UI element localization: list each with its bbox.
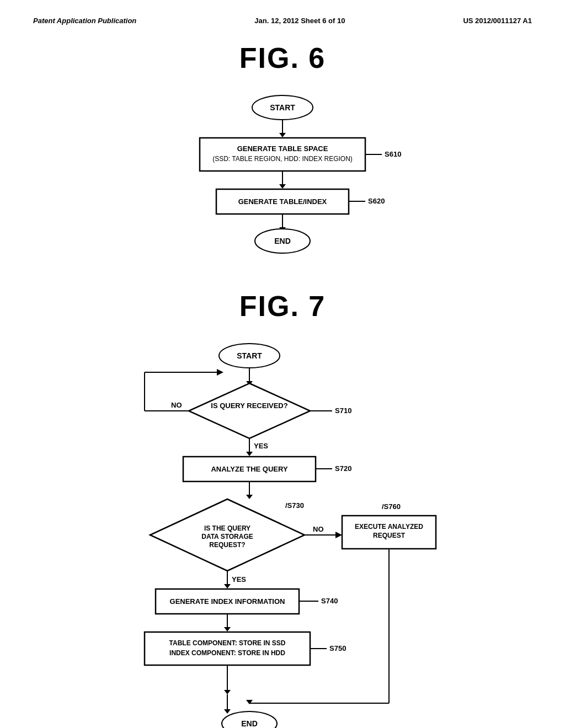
svg-text:ANALYZE THE QUERY: ANALYZE THE QUERY bbox=[211, 465, 287, 473]
fig6-section: FIG. 6 START GENERATE TABLE SPACE (SSD: … bbox=[33, 41, 532, 267]
svg-text:S750: S750 bbox=[329, 644, 346, 652]
svg-marker-23 bbox=[189, 383, 310, 438]
svg-text:GENERATE TABLE SPACE: GENERATE TABLE SPACE bbox=[237, 144, 328, 153]
svg-text:YES: YES bbox=[254, 442, 268, 450]
fig7-title: FIG. 7 bbox=[239, 290, 326, 323]
svg-text:GENERATE INDEX INFORMATION: GENERATE INDEX INFORMATION bbox=[170, 597, 285, 606]
svg-text:START: START bbox=[270, 103, 295, 112]
svg-text:NO: NO bbox=[171, 401, 182, 409]
page: Patent Application Publication Jan. 12, … bbox=[0, 0, 565, 728]
svg-marker-3 bbox=[279, 133, 286, 137]
svg-text:GENERATE TABLE/INDEX: GENERATE TABLE/INDEX bbox=[238, 197, 327, 206]
svg-text:END: END bbox=[274, 237, 291, 245]
svg-text:S710: S710 bbox=[335, 406, 351, 415]
svg-text:S620: S620 bbox=[368, 197, 385, 205]
svg-text:INDEX COMPONENT: STORE IN HDD: INDEX COMPONENT: STORE IN HDD bbox=[169, 649, 285, 657]
svg-text:START: START bbox=[237, 351, 262, 360]
fig7-section: FIG. 7 START IS QUERY RECEIVED? S710 NO bbox=[33, 290, 532, 728]
header-publication: Patent Application Publication bbox=[33, 17, 136, 25]
svg-text:S740: S740 bbox=[321, 597, 338, 605]
svg-marker-71 bbox=[224, 690, 231, 694]
svg-marker-48 bbox=[335, 532, 342, 538]
svg-text:IS THE QUERY: IS THE QUERY bbox=[204, 524, 250, 532]
svg-text:NO: NO bbox=[313, 525, 324, 533]
svg-text:EXECUTE ANALYZED: EXECUTE ANALYZED bbox=[355, 523, 423, 531]
svg-marker-33 bbox=[246, 452, 253, 456]
svg-text:TABLE COMPONENT: STORE IN SSD: TABLE COMPONENT: STORE IN SSD bbox=[169, 639, 286, 647]
svg-text:/S730: /S730 bbox=[285, 501, 304, 510]
header-date-sheet: Jan. 12, 2012 Sheet 6 of 10 bbox=[254, 17, 345, 25]
svg-marker-10 bbox=[279, 184, 286, 189]
svg-rect-4 bbox=[200, 138, 365, 171]
svg-text:DATA STORAGE: DATA STORAGE bbox=[201, 533, 253, 540]
svg-text:YES: YES bbox=[232, 575, 246, 584]
svg-text:(SSD: TABLE REGION, HDD: INDEX: (SSD: TABLE REGION, HDD: INDEX REGION) bbox=[212, 155, 353, 163]
svg-marker-64 bbox=[224, 627, 231, 631]
page-header: Patent Application Publication Jan. 12, … bbox=[33, 11, 532, 36]
header-patent-number: US 2012/0011127 A1 bbox=[463, 17, 532, 25]
fig6-flowchart: START GENERATE TABLE SPACE (SSD: TABLE R… bbox=[145, 91, 420, 267]
svg-text:REQUEST?: REQUEST? bbox=[209, 541, 245, 549]
svg-text:IS QUERY RECEIVED?: IS QUERY RECEIVED? bbox=[211, 402, 287, 410]
svg-text:S720: S720 bbox=[335, 464, 351, 473]
svg-marker-73 bbox=[224, 709, 231, 714]
fig7-flowchart: START IS QUERY RECEIVED? S710 NO YES bbox=[89, 339, 476, 728]
svg-marker-57 bbox=[224, 584, 231, 588]
svg-text:END: END bbox=[241, 719, 258, 728]
svg-text:/S760: /S760 bbox=[382, 502, 401, 511]
svg-marker-40 bbox=[246, 495, 253, 499]
svg-text:S610: S610 bbox=[385, 150, 401, 158]
svg-rect-65 bbox=[145, 632, 310, 665]
svg-marker-31 bbox=[217, 369, 223, 376]
svg-text:REQUEST: REQUEST bbox=[373, 532, 406, 539]
fig6-title: FIG. 6 bbox=[239, 41, 326, 74]
